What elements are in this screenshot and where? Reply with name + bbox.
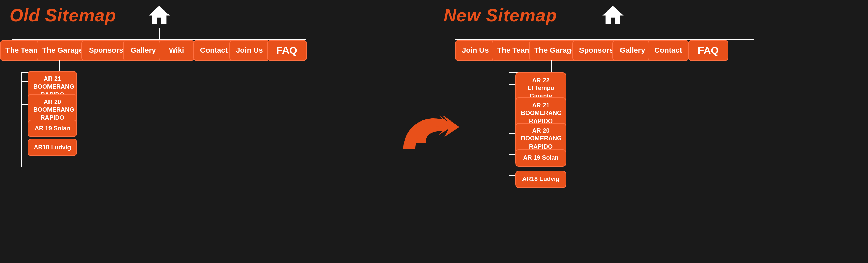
old-sitemap-section: Old Sitemap The Team The Garage Sponsors… [0, 0, 434, 263]
sub-v-line [21, 72, 22, 167]
new-nav-node-contact[interactable]: Contact [648, 40, 689, 61]
new-garage-down-line [551, 60, 552, 72]
new-sub-h-line-5 [509, 175, 516, 176]
sub-h-line-1 [21, 81, 28, 82]
new-home-icon [600, 3, 626, 29]
new-nav-node-gallery[interactable]: Gallery [612, 40, 653, 61]
new-sub-h-line-1 [509, 84, 516, 85]
sub-h-line-3 [21, 125, 28, 125]
new-sub-h-line-3 [509, 133, 516, 134]
new-sub-node-ar19[interactable]: AR 19 Solan [515, 149, 566, 167]
new-sitemap-section: New Sitemap Join Us The Team The Garage … [434, 0, 868, 263]
new-sub-h-line-2 [509, 108, 516, 108]
new-nav-node-join-us[interactable]: Join Us [455, 40, 495, 61]
new-sitemap-title: New Sitemap [443, 5, 557, 25]
home-to-nav-line [159, 28, 160, 39]
sub-h-line-2 [21, 104, 28, 105]
nav-node-the-garage[interactable]: The Garage [37, 40, 88, 61]
garage-down-line [59, 60, 60, 72]
nav-node-faq[interactable]: FAQ [267, 40, 307, 61]
new-sub-v-line [509, 72, 509, 197]
nav-node-contact[interactable]: Contact [193, 40, 235, 61]
new-sub-h-line-4 [509, 154, 516, 155]
sub-node-ar19[interactable]: AR 19 Solan [28, 120, 77, 137]
old-home-icon [146, 3, 172, 29]
new-sub-node-ar18[interactable]: AR18 Ludvig [515, 171, 566, 188]
nav-node-wiki[interactable]: Wiki [159, 40, 194, 61]
sub-h-line-4 [21, 144, 28, 144]
nav-node-gallery[interactable]: Gallery [123, 40, 163, 61]
nav-node-join-us[interactable]: Join Us [229, 40, 270, 61]
center-arrow [393, 105, 461, 160]
old-sitemap-title: Old Sitemap [9, 5, 116, 25]
sub-node-ar18[interactable]: AR18 Ludvig [28, 139, 77, 156]
new-nav-node-faq[interactable]: FAQ [688, 40, 728, 61]
new-home-to-nav-line [613, 28, 613, 39]
